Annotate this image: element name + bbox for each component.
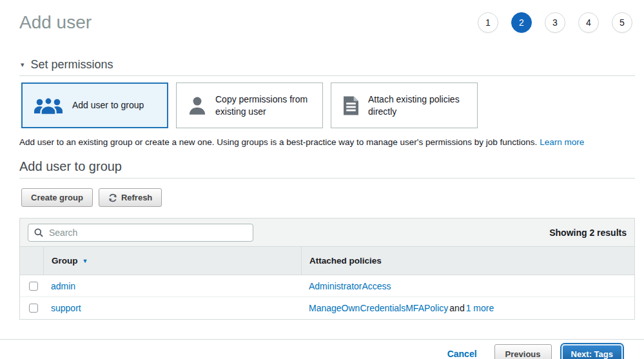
- page-title: Add user: [19, 12, 92, 34]
- wizard-step-1[interactable]: 1: [478, 12, 498, 33]
- section-divider: [19, 75, 635, 76]
- option-add-user-to-group[interactable]: Add user to group: [21, 82, 168, 128]
- wizard-step-indicator: 1 2 3 4 5: [478, 12, 632, 33]
- refresh-icon: [108, 193, 117, 202]
- and-text: and: [449, 303, 464, 313]
- attached-policies-cell: AdministratorAccess: [301, 281, 634, 291]
- option-copy-permissions[interactable]: Copy permissions from existing user: [176, 82, 323, 128]
- option-label: Add user to group: [72, 99, 144, 112]
- row-checkbox[interactable]: [29, 304, 38, 313]
- groups-table: Showing 2 results Group ▼ Attached polic…: [19, 218, 635, 320]
- wizard-footer: Cancel Previous Next: Tags: [0, 339, 644, 359]
- search-input-wrap[interactable]: [28, 224, 253, 242]
- refresh-button-label: Refresh: [121, 193, 152, 202]
- collapse-caret-icon[interactable]: ▾: [21, 61, 24, 68]
- wizard-step-2-active[interactable]: 2: [511, 12, 532, 33]
- group-link[interactable]: support: [51, 303, 81, 313]
- section-divider: [19, 178, 635, 179]
- create-group-button[interactable]: Create group: [21, 188, 93, 207]
- table-header-row: Group ▼ Attached policies: [20, 246, 634, 275]
- description-text: Add user to an existing group or create …: [19, 137, 537, 147]
- group-section-title: Add user to group: [19, 159, 635, 174]
- wizard-step-3[interactable]: 3: [545, 12, 565, 33]
- search-icon: [34, 228, 43, 237]
- option-label: Attach existing policies directly: [368, 93, 471, 118]
- policy-link[interactable]: ManageOwnCredentialsMFAPolicy: [309, 303, 448, 313]
- user-group-icon: [34, 95, 63, 116]
- attached-policies-cell: ManageOwnCredentialsMFAPolicyand1 more: [301, 303, 634, 313]
- results-count: Showing 2 results: [549, 228, 627, 238]
- next-tags-button[interactable]: Next: Tags: [561, 344, 623, 359]
- permissions-description: Add user to an existing group or create …: [19, 137, 635, 147]
- group-name-cell: admin: [43, 281, 301, 291]
- group-column-label: Group: [52, 256, 78, 266]
- sort-descending-icon[interactable]: ▼: [83, 258, 88, 264]
- group-actions: Create group Refresh: [21, 188, 635, 207]
- permission-options: Add user to group Copy permissions from …: [21, 82, 635, 128]
- group-name-cell: support: [43, 303, 301, 313]
- wizard-step-5[interactable]: 5: [612, 12, 632, 33]
- learn-more-link[interactable]: Learn more: [540, 137, 584, 147]
- set-permissions-title: Set permissions: [31, 58, 113, 72]
- header-policies-column: Attached policies: [301, 247, 634, 275]
- add-user-wizard-page: Add user 1 2 3 4 5 ▾ Set permissions: [0, 12, 644, 359]
- search-input[interactable]: [48, 227, 247, 238]
- policy-document-icon: [343, 96, 359, 115]
- header-group-column[interactable]: Group ▼: [43, 247, 301, 275]
- cancel-button[interactable]: Cancel: [447, 349, 477, 359]
- row-checkbox-cell: [20, 304, 43, 313]
- table-toolbar: Showing 2 results: [20, 218, 634, 246]
- policy-link[interactable]: AdministratorAccess: [309, 281, 391, 291]
- wizard-step-4[interactable]: 4: [578, 12, 599, 33]
- table-row-support: support ManageOwnCredentialsMFAPolicyand…: [20, 297, 634, 319]
- more-policies-link[interactable]: 1 more: [466, 303, 494, 313]
- option-label: Copy permissions from existing user: [215, 93, 316, 118]
- option-attach-policies[interactable]: Attach existing policies directly: [331, 82, 478, 128]
- refresh-button[interactable]: Refresh: [99, 188, 162, 207]
- policies-column-label: Attached policies: [309, 256, 382, 266]
- set-permissions-header[interactable]: ▾ Set permissions: [21, 58, 635, 72]
- row-checkbox-cell: [20, 282, 43, 291]
- user-icon: [188, 96, 206, 115]
- header-checkbox-cell: [20, 247, 43, 275]
- group-link[interactable]: admin: [51, 281, 75, 291]
- table-row-admin: admin AdministratorAccess: [20, 275, 634, 297]
- page-header: Add user 1 2 3 4 5: [19, 12, 632, 34]
- previous-button[interactable]: Previous: [494, 344, 552, 359]
- row-checkbox[interactable]: [29, 282, 38, 291]
